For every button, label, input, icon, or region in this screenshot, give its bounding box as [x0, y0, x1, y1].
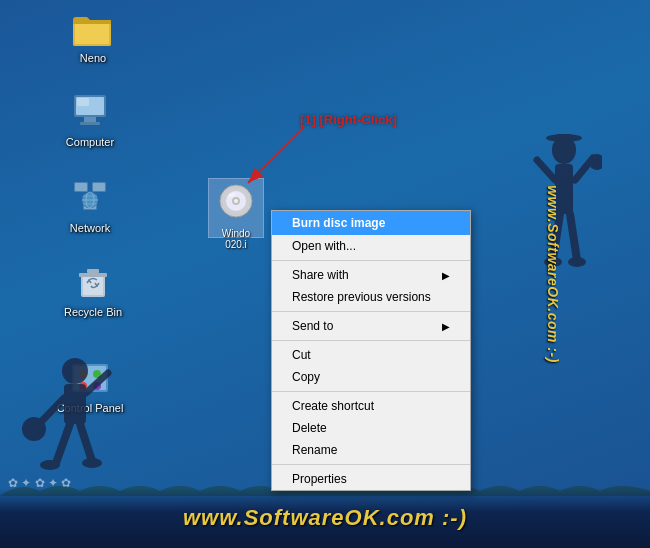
network-icon — [70, 178, 110, 218]
desktop-icon-neno[interactable]: Neno — [58, 8, 128, 65]
desktop-icon-computer[interactable]: Computer — [55, 92, 125, 149]
svg-line-53 — [40, 398, 64, 423]
desktop-icon-computer-label: Computer — [66, 136, 114, 149]
computer-icon — [70, 92, 110, 132]
svg-point-55 — [22, 417, 46, 441]
svg-rect-23 — [87, 269, 99, 273]
svg-line-38 — [248, 128, 303, 183]
desktop-icon-network-label: Network — [70, 222, 110, 235]
recycle-bin-icon — [73, 262, 113, 302]
watermark-bottom: www.SoftwareOK.com :-) — [183, 505, 467, 531]
send-to-arrow: ▶ — [442, 321, 450, 332]
svg-rect-2 — [75, 22, 109, 44]
menu-item-burn-disc-image[interactable]: Burn disc image — [272, 211, 470, 235]
menu-separator-1 — [272, 260, 470, 261]
bottom-bar: www.SoftwareOK.com :-) — [0, 488, 650, 548]
svg-rect-21 — [83, 277, 103, 295]
silhouette-right — [527, 130, 602, 340]
svg-rect-10 — [75, 183, 87, 191]
svg-rect-3 — [73, 20, 111, 24]
menu-separator-3 — [272, 340, 470, 341]
svg-line-54 — [86, 373, 108, 393]
svg-point-59 — [40, 460, 60, 470]
desktop-icon-recycle-bin[interactable]: Recycle Bin — [58, 262, 128, 319]
svg-rect-52 — [64, 384, 86, 424]
svg-point-51 — [62, 358, 88, 384]
menu-item-open-with[interactable]: Open with... — [272, 235, 470, 257]
svg-rect-8 — [77, 98, 89, 106]
svg-rect-12 — [93, 183, 105, 191]
desktop: Neno Computer — [0, 0, 650, 548]
context-menu: Burn disc image Open with... Share with … — [271, 210, 471, 491]
menu-separator-5 — [272, 464, 470, 465]
silhouette-left — [20, 353, 130, 493]
menu-item-share-with[interactable]: Share with ▶ — [272, 264, 470, 286]
annotation-arrow — [218, 118, 318, 198]
svg-point-48 — [568, 257, 586, 267]
menu-item-send-to[interactable]: Send to ▶ — [272, 315, 470, 337]
desktop-icon-recycle-bin-label: Recycle Bin — [64, 306, 122, 319]
share-with-arrow: ▶ — [442, 270, 450, 281]
desktop-icon-network[interactable]: Network — [55, 178, 125, 235]
folder-icon — [73, 8, 113, 48]
menu-item-properties[interactable]: Properties — [272, 468, 470, 490]
svg-rect-7 — [80, 122, 100, 125]
svg-rect-41 — [558, 134, 570, 142]
menu-separator-2 — [272, 311, 470, 312]
svg-rect-22 — [79, 273, 107, 277]
svg-point-60 — [82, 458, 102, 468]
menu-item-cut[interactable]: Cut — [272, 344, 470, 366]
menu-separator-4 — [272, 391, 470, 392]
watermark-right: www.SoftwareOK.com :-) — [545, 185, 561, 363]
svg-line-57 — [56, 424, 70, 463]
menu-item-copy[interactable]: Copy — [272, 366, 470, 388]
file-icon-label: Windo020.i — [222, 228, 250, 250]
svg-point-33 — [234, 199, 238, 203]
svg-rect-6 — [84, 117, 96, 122]
svg-line-58 — [80, 424, 92, 461]
menu-item-rename[interactable]: Rename — [272, 439, 470, 461]
menu-item-restore-previous[interactable]: Restore previous versions — [272, 286, 470, 308]
svg-line-44 — [570, 214, 577, 260]
desktop-icon-neno-label: Neno — [80, 52, 106, 65]
annotation-text: [1] [Right-Click] — [300, 112, 397, 127]
menu-item-create-shortcut[interactable]: Create shortcut — [272, 395, 470, 417]
menu-item-delete[interactable]: Delete — [272, 417, 470, 439]
svg-line-45 — [537, 160, 555, 180]
